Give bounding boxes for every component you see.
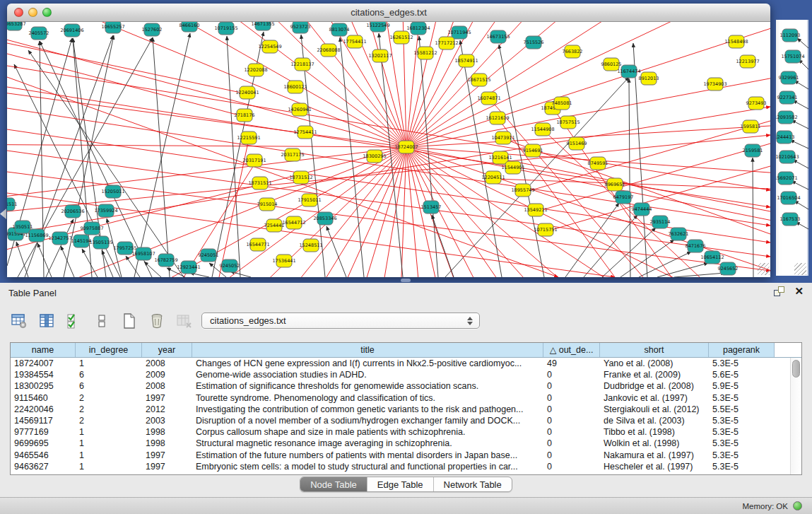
- cell-name[interactable]: 9463627: [11, 461, 76, 472]
- table-row[interactable]: 946554611997Estimation of the future num…: [11, 450, 790, 461]
- network-edge[interactable]: [792, 120, 808, 129]
- cell-short[interactable]: Hescheler et al. (1997): [600, 461, 709, 472]
- cell-year[interactable]: 1997: [142, 450, 192, 461]
- tab-network-table[interactable]: Network Table: [434, 477, 512, 491]
- table-row[interactable]: 1830029562008Estimation of significance …: [11, 380, 790, 392]
- network-edge[interactable]: [432, 215, 454, 277]
- cell-pagerank[interactable]: 5.5E-5: [709, 404, 775, 415]
- cell-short[interactable]: Yano et al. (2008): [600, 358, 709, 369]
- close-panel-icon[interactable]: ✕: [794, 286, 804, 296]
- network-edge[interactable]: [793, 160, 808, 168]
- network-edge[interactable]: [331, 147, 406, 277]
- cell-out_degree[interactable]: 0: [543, 380, 600, 392]
- background-network-window[interactable]: 1112093157510749329961922734112093582124…: [776, 20, 808, 276]
- resize-grip-icon[interactable]: [794, 263, 806, 275]
- cell-pagerank[interactable]: 5.6E-5: [709, 369, 775, 380]
- cell-pagerank[interactable]: 5.3E-5: [709, 426, 775, 438]
- network-edge[interactable]: [16, 242, 28, 277]
- cell-title[interactable]: Changes of HCN gene expression and I(f) …: [192, 358, 543, 369]
- cell-out_degree[interactable]: 0: [543, 369, 600, 380]
- cell-pagerank[interactable]: 5.9E-5: [709, 380, 775, 392]
- vertical-scrollbar[interactable]: [790, 358, 801, 474]
- network-edge[interactable]: [406, 121, 770, 147]
- column-header-in_degree[interactable]: in_degree: [76, 343, 142, 357]
- cell-in_degree[interactable]: 1: [76, 358, 142, 369]
- cell-name[interactable]: 18300295: [11, 380, 76, 392]
- cell-year[interactable]: 2012: [142, 404, 192, 415]
- delete-table-button[interactable]: [174, 310, 195, 332]
- table-row[interactable]: 1456911722003Disruption of a novel membe…: [11, 415, 790, 426]
- network-edge[interactable]: [227, 36, 240, 277]
- cell-title[interactable]: Estimation of the future numbers of pati…: [192, 450, 543, 461]
- background-network-canvas[interactable]: 1112093157510749329961922734112093582124…: [776, 20, 808, 276]
- cell-name[interactable]: 9115460: [11, 392, 76, 404]
- column-header-name[interactable]: name: [11, 343, 76, 357]
- network-edge[interactable]: [7, 147, 406, 202]
- network-edge[interactable]: [7, 151, 770, 257]
- network-edge[interactable]: [153, 37, 170, 277]
- select-rows-button[interactable]: [64, 310, 85, 332]
- cell-year[interactable]: 1997: [142, 392, 192, 404]
- network-edge[interactable]: [7, 66, 770, 190]
- cell-title[interactable]: Estimation of significance thresholds fo…: [192, 380, 543, 392]
- network-edge[interactable]: [797, 38, 808, 48]
- network-edge[interactable]: [7, 54, 245, 117]
- column-header-title[interactable]: title: [192, 343, 543, 357]
- table-row[interactable]: 977716911998Corpus callosum shape and si…: [11, 426, 790, 438]
- window-titlebar[interactable]: citations_edges.txt: [7, 4, 770, 22]
- cell-in_degree[interactable]: 2: [76, 392, 142, 404]
- cell-year[interactable]: 1997: [142, 461, 192, 472]
- row-height-button[interactable]: [91, 310, 112, 332]
- cell-name[interactable]: 19384554: [11, 369, 76, 380]
- cell-pagerank[interactable]: 5.3E-5: [709, 461, 775, 472]
- cell-in_degree[interactable]: 1: [76, 438, 142, 449]
- network-edge[interactable]: [753, 158, 753, 277]
- cell-title[interactable]: Structural magnetic resonance image aver…: [192, 438, 543, 449]
- cell-in_degree[interactable]: 6: [76, 369, 142, 380]
- network-edge[interactable]: [102, 250, 113, 277]
- tab-node-table[interactable]: Node Table: [300, 477, 367, 491]
- cell-name[interactable]: 18724007: [11, 358, 76, 369]
- cell-in_degree[interactable]: 1: [76, 426, 142, 438]
- float-panel-icon[interactable]: [774, 286, 784, 296]
- cell-in_degree[interactable]: 2: [76, 415, 142, 426]
- cell-out_degree[interactable]: 0: [543, 415, 600, 426]
- split-pane-divider[interactable]: [401, 279, 411, 282]
- cell-name[interactable]: 14569117: [11, 415, 76, 426]
- cell-title[interactable]: Investigating the contribution of common…: [192, 404, 543, 415]
- network-edge[interactable]: [792, 181, 808, 189]
- cell-short[interactable]: Stergiakouli et al. (2012): [600, 404, 709, 415]
- network-canvas[interactable]: 1065328724055722069140610655257152760284…: [7, 22, 770, 277]
- tab-edge-table[interactable]: Edge Table: [367, 477, 434, 491]
- cell-short[interactable]: Nakamura et al. (1997): [600, 450, 709, 461]
- cell-year[interactable]: 1998: [142, 426, 192, 438]
- cell-out_degree[interactable]: 0: [543, 404, 600, 415]
- cell-short[interactable]: de Silva et al. (2003): [600, 415, 709, 426]
- delete-columns-button[interactable]: [146, 310, 167, 332]
- cell-short[interactable]: Franke et al. (2009): [600, 369, 709, 380]
- scrollbar-thumb[interactable]: [792, 360, 800, 378]
- cell-title[interactable]: Genome-wide association studies in ADHD.: [192, 369, 543, 380]
- cell-in_degree[interactable]: 1: [76, 450, 142, 461]
- table-settings-button[interactable]: [8, 310, 30, 332]
- column-header-pagerank[interactable]: pagerank: [709, 343, 775, 357]
- cell-short[interactable]: Jankovic et al. (1997): [600, 392, 709, 404]
- cell-out_degree[interactable]: 0: [543, 438, 600, 449]
- network-edge[interactable]: [7, 144, 406, 147]
- network-edge[interactable]: [629, 78, 630, 277]
- table-row[interactable]: 969969511998Structural magnetic resonanc…: [11, 438, 790, 449]
- create-column-button[interactable]: [119, 310, 140, 332]
- cell-name[interactable]: 9699695: [11, 438, 76, 449]
- cell-out_degree[interactable]: 0: [543, 461, 600, 472]
- table-row[interactable]: 946362711997Embryonic stem cells: a mode…: [11, 461, 790, 472]
- cell-short[interactable]: Wolkin et al. (1998): [600, 438, 709, 449]
- cell-title[interactable]: Embryonic stem cells: a model to study s…: [192, 461, 543, 472]
- cell-year[interactable]: 1998: [142, 438, 192, 449]
- show-columns-button[interactable]: [36, 310, 57, 332]
- network-edge[interactable]: [790, 140, 808, 148]
- cell-out_degree[interactable]: 0: [543, 450, 600, 461]
- table-row[interactable]: 1938455462009Genome-wide association stu…: [11, 369, 790, 380]
- network-edge[interactable]: [406, 63, 770, 147]
- cell-year[interactable]: 2008: [142, 380, 192, 392]
- cell-name[interactable]: 9777169: [11, 426, 76, 438]
